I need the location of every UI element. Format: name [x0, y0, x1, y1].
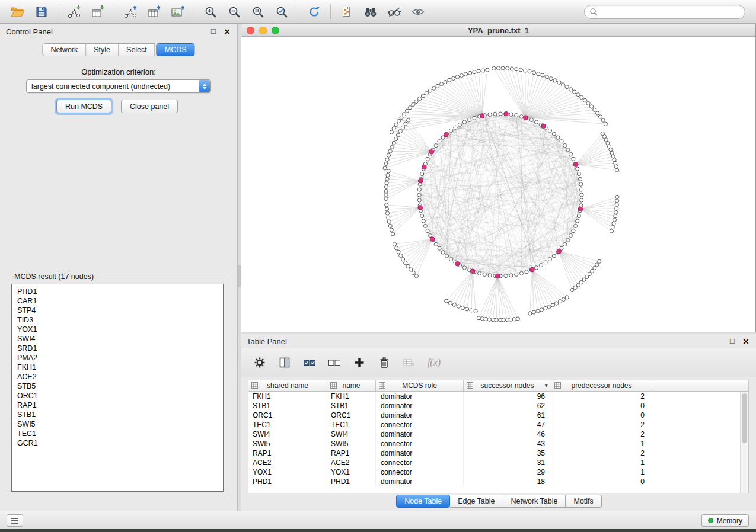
- mcds-result-node[interactable]: ACE2: [12, 372, 223, 382]
- close-panel-icon[interactable]: ×: [223, 27, 231, 36]
- network-node[interactable]: [422, 219, 425, 223]
- network-node[interactable]: [544, 261, 547, 264]
- network-node[interactable]: [465, 307, 469, 311]
- network-hub-node[interactable]: [530, 267, 535, 272]
- network-window-titlebar[interactable]: YPA_prune.txt_1: [241, 24, 755, 37]
- network-node[interactable]: [464, 72, 468, 76]
- network-hub-node[interactable]: [418, 178, 423, 183]
- network-node[interactable]: [554, 302, 558, 305]
- optimization-criterion-select[interactable]: largest connected component (undirected): [26, 79, 211, 93]
- network-node[interactable]: [576, 283, 580, 287]
- network-node[interactable]: [386, 173, 390, 177]
- network-node[interactable]: [384, 189, 388, 193]
- network-node[interactable]: [403, 113, 406, 116]
- network-node[interactable]: [384, 162, 388, 166]
- network-node[interactable]: [441, 251, 445, 254]
- network-node[interactable]: [540, 308, 543, 312]
- network-node[interactable]: [593, 266, 596, 270]
- network-node[interactable]: [390, 145, 394, 149]
- network-node[interactable]: [417, 188, 421, 191]
- network-node[interactable]: [404, 122, 407, 126]
- network-node[interactable]: [614, 161, 617, 165]
- close-window-icon[interactable]: [247, 27, 254, 34]
- network-node[interactable]: [561, 83, 564, 86]
- network-node[interactable]: [565, 85, 569, 89]
- network-node[interactable]: [462, 120, 466, 124]
- graphics-details-button[interactable]: [382, 2, 406, 22]
- network-node[interactable]: [614, 165, 618, 168]
- network-hub-node[interactable]: [422, 165, 427, 169]
- tab-motifs[interactable]: Motifs: [566, 495, 601, 508]
- network-node[interactable]: [420, 172, 424, 175]
- network-node[interactable]: [595, 263, 599, 267]
- network-node[interactable]: [549, 77, 553, 81]
- network-node[interactable]: [390, 130, 393, 134]
- network-hub-node[interactable]: [557, 249, 562, 254]
- network-node[interactable]: [566, 148, 570, 152]
- mcds-result-node[interactable]: CAR1: [12, 296, 223, 306]
- network-node[interactable]: [470, 309, 473, 312]
- network-node[interactable]: [563, 242, 567, 246]
- mcds-result-node[interactable]: SWI4: [12, 334, 223, 344]
- float-panel-icon[interactable]: □: [209, 27, 218, 36]
- network-node[interactable]: [394, 123, 398, 126]
- network-node[interactable]: [486, 68, 489, 72]
- network-node[interactable]: [385, 177, 389, 181]
- save-session-button[interactable]: [30, 2, 53, 22]
- function-builder-button[interactable]: f(x): [426, 354, 442, 371]
- network-node[interactable]: [574, 224, 578, 227]
- select-stepper-icon[interactable]: [199, 80, 210, 92]
- network-node[interactable]: [498, 318, 502, 322]
- network-node[interactable]: [509, 318, 512, 321]
- network-hub-node[interactable]: [480, 114, 484, 118]
- network-node[interactable]: [392, 141, 395, 145]
- network-node[interactable]: [576, 93, 580, 97]
- network-node[interactable]: [417, 193, 421, 197]
- close-panel-button[interactable]: Close panel: [121, 100, 178, 113]
- select-all-button[interactable]: [301, 354, 318, 371]
- network-node[interactable]: [528, 70, 531, 73]
- network-node[interactable]: [394, 137, 398, 141]
- network-hub-node[interactable]: [455, 261, 460, 266]
- task-history-button[interactable]: [7, 514, 23, 527]
- network-node[interactable]: [449, 129, 453, 132]
- mcds-result-node[interactable]: SRD1: [12, 344, 223, 353]
- network-node[interactable]: [404, 261, 407, 265]
- mcds-result-node[interactable]: STP4: [12, 306, 223, 315]
- network-node[interactable]: [535, 266, 538, 270]
- network-hub-node[interactable]: [573, 162, 578, 167]
- network-node[interactable]: [481, 69, 484, 72]
- run-mcds-button[interactable]: Run MCDS: [56, 100, 111, 113]
- network-node[interactable]: [487, 318, 491, 321]
- network-node[interactable]: [535, 120, 538, 124]
- network-node[interactable]: [387, 216, 390, 219]
- network-node[interactable]: [488, 113, 492, 116]
- export-network-button[interactable]: [119, 2, 142, 22]
- network-node[interactable]: [593, 108, 596, 111]
- network-node[interactable]: [586, 101, 590, 105]
- network-node[interactable]: [387, 169, 390, 173]
- network-node[interactable]: [598, 259, 601, 263]
- network-node[interactable]: [570, 288, 574, 291]
- tab-select[interactable]: Select: [119, 43, 155, 56]
- network-node[interactable]: [573, 90, 576, 94]
- import-network-button[interactable]: [62, 2, 86, 22]
- network-node[interactable]: [401, 126, 404, 129]
- network-node[interactable]: [596, 111, 599, 115]
- network-node[interactable]: [385, 207, 388, 211]
- network-node[interactable]: [473, 116, 476, 120]
- mcds-result-node[interactable]: STB5: [12, 382, 223, 391]
- network-node[interactable]: [454, 126, 457, 129]
- tab-edge-table[interactable]: Edge Table: [450, 495, 503, 508]
- tab-mcds[interactable]: MCDS: [157, 43, 195, 56]
- tab-network[interactable]: Network: [42, 43, 86, 56]
- network-node[interactable]: [573, 286, 577, 289]
- network-node[interactable]: [452, 303, 456, 306]
- table-scrollbar[interactable]: [740, 392, 748, 493]
- network-node[interactable]: [412, 102, 415, 106]
- network-node[interactable]: [393, 242, 396, 246]
- network-node[interactable]: [477, 271, 481, 275]
- network-node[interactable]: [614, 210, 618, 214]
- network-node[interactable]: [420, 214, 424, 217]
- tab-node-table[interactable]: Node Table: [396, 495, 450, 508]
